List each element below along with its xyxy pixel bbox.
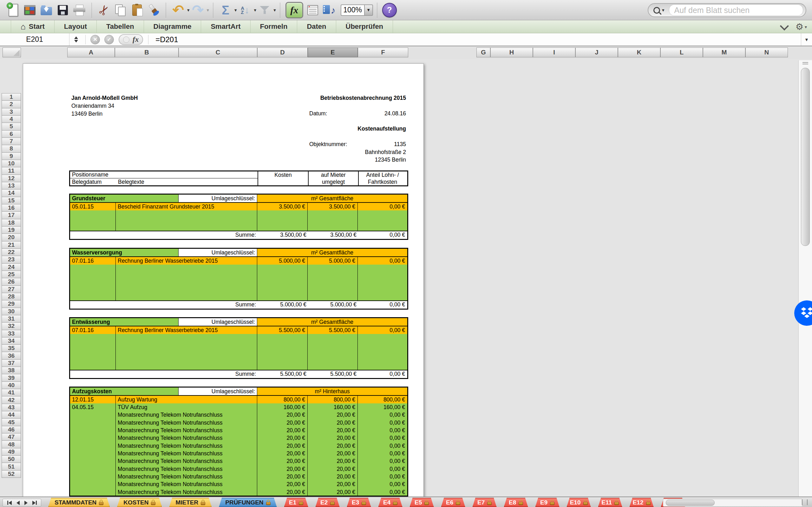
column-header-M[interactable]: M xyxy=(703,48,745,57)
entry-cell[interactable] xyxy=(70,435,116,442)
next-sheet-button[interactable] xyxy=(24,501,28,505)
entry-cell[interactable]: Monatsrechnung Telekom Notrufanschluss xyxy=(116,481,257,488)
allocation-key-label[interactable]: Umlageschlüssel: xyxy=(179,249,257,257)
entry-cell[interactable]: 20,00 € xyxy=(257,450,308,457)
undo-button[interactable]: ↶ xyxy=(170,2,187,18)
row-header-44[interactable]: 44 xyxy=(2,411,21,418)
accept-button[interactable]: ✓ xyxy=(104,35,114,44)
sheet-tab-e12[interactable]: E12 xyxy=(629,498,654,507)
cell-object-city[interactable]: 12345 Berlin xyxy=(317,157,406,163)
tab-daten[interactable]: Daten xyxy=(297,20,336,33)
entry-cell[interactable] xyxy=(70,442,116,450)
name-box-stepper[interactable] xyxy=(72,34,80,45)
entry-cell[interactable]: 0,00 € xyxy=(358,326,407,334)
row-header-10[interactable]: 10 xyxy=(2,160,21,167)
summe-anteil[interactable]: 0,00 € xyxy=(359,371,407,378)
cell-company-city[interactable]: 13469 Berlin xyxy=(71,111,102,117)
row-header-15[interactable]: 15 xyxy=(2,197,21,205)
row-header-2[interactable]: 2 xyxy=(2,101,21,108)
entry-cell[interactable]: 3.500,00 € xyxy=(308,203,358,210)
row-header-23[interactable]: 23 xyxy=(2,256,21,263)
row-header-30[interactable]: 30 xyxy=(2,308,21,315)
entry-cell[interactable]: 0,00 € xyxy=(358,411,407,419)
entry-cell[interactable] xyxy=(70,411,116,419)
row-header-6[interactable]: 6 xyxy=(2,130,21,138)
copy-icon[interactable] xyxy=(112,2,129,18)
entry-cell[interactable]: 0,00 € xyxy=(358,473,407,481)
sheet-tab-e9[interactable]: E9 xyxy=(536,498,560,507)
summe-kosten[interactable]: 5.000,00 € xyxy=(258,301,309,308)
undo-dropdown-caret[interactable]: ▾ xyxy=(187,7,190,13)
dropbox-badge-icon[interactable] xyxy=(794,300,812,326)
entry-cell[interactable] xyxy=(70,473,116,481)
row-header-13[interactable]: 13 xyxy=(2,182,21,189)
entry-cell[interactable]: 800,00 € xyxy=(257,396,308,403)
entry-cell[interactable]: 0,00 € xyxy=(358,427,407,434)
entry-cell[interactable]: Monatsrechnung Telekom Notrufanschluss xyxy=(116,442,257,450)
row-header-33[interactable]: 33 xyxy=(2,330,21,337)
column-header-D[interactable]: D xyxy=(257,48,308,57)
entry-cell[interactable]: 20,00 € xyxy=(308,450,358,457)
header-kosten[interactable]: Kosten xyxy=(258,171,309,178)
entry-cell[interactable]: 20,00 € xyxy=(257,481,308,488)
row-header-12[interactable]: 12 xyxy=(2,175,21,182)
row-header-49[interactable]: 49 xyxy=(2,448,21,456)
entry-cell[interactable]: 0,00 € xyxy=(358,435,407,442)
entry-cell[interactable]: 5.000,00 € xyxy=(308,257,358,265)
row-header-1[interactable]: 1 xyxy=(2,93,21,101)
search-box[interactable]: ▾ Auf dem Blatt suchen xyxy=(648,3,806,17)
row-header-28[interactable]: 28 xyxy=(2,293,21,300)
entry-cell[interactable]: 20,00 € xyxy=(257,465,308,473)
entry-cell[interactable]: 20,00 € xyxy=(257,473,308,481)
entry-cell[interactable]: 20,00 € xyxy=(308,442,358,450)
entry-cell[interactable]: 20,00 € xyxy=(257,442,308,450)
row-header-51[interactable]: 51 xyxy=(2,463,21,470)
entry-cell[interactable]: 800,00 € xyxy=(358,396,407,403)
row-header-48[interactable]: 48 xyxy=(2,441,21,448)
entry-cell[interactable]: Monatsrechnung Telekom Notrufanschluss xyxy=(116,427,257,434)
section-name[interactable]: Wasserversorgung xyxy=(70,249,179,257)
sheet-tab-prüfungen[interactable]: PRÜFUNGEN xyxy=(219,498,276,507)
insert-function-group[interactable]: fx xyxy=(119,34,143,45)
search-input[interactable]: Auf dem Blatt suchen xyxy=(669,4,803,16)
tab-smartart[interactable]: SmartArt xyxy=(201,20,250,33)
summe-anteil[interactable]: 0,00 € xyxy=(359,231,407,239)
row-header-17[interactable]: 17 xyxy=(2,211,21,219)
row-header-18[interactable]: 18 xyxy=(2,219,21,227)
row-header-5[interactable]: 5 xyxy=(2,123,21,130)
paste-icon[interactable] xyxy=(129,2,145,18)
row-header-47[interactable]: 47 xyxy=(2,433,21,441)
entry-cell[interactable]: Monatsrechnung Telekom Notrufanschluss xyxy=(116,488,257,496)
entry-cell[interactable]: 0,00 € xyxy=(358,458,407,465)
sheet-tab-kosten[interactable]: KOSTEN xyxy=(117,498,162,507)
entry-cell[interactable]: 20,00 € xyxy=(308,458,358,465)
section-name[interactable]: Grundsteuer xyxy=(70,194,179,202)
redo-button[interactable]: ↷ xyxy=(190,2,206,18)
entry-cell[interactable]: 20,00 € xyxy=(308,419,358,427)
tab-start[interactable]: ⌂Start xyxy=(11,20,55,33)
open-icon[interactable] xyxy=(38,2,55,18)
formatting-palette-icon[interactable] xyxy=(305,2,321,18)
sheet-tab-e1[interactable]: E1 xyxy=(284,498,308,507)
entry-cell[interactable] xyxy=(70,465,116,473)
horizontal-scrollbar-thumb[interactable] xyxy=(666,500,715,506)
tab-ueberpruefen[interactable]: Überprüfen xyxy=(336,20,393,33)
template-gallery-icon[interactable] xyxy=(21,2,38,18)
cell-date-value[interactable]: 24.08.16 xyxy=(349,110,406,117)
filter-dropdown-caret[interactable]: ▾ xyxy=(273,7,276,13)
column-header-N[interactable]: N xyxy=(745,48,788,57)
entry-cell[interactable]: 12.01.15 xyxy=(70,396,116,403)
sheet-tab-e4[interactable]: E4 xyxy=(378,498,403,507)
allocation-key-label[interactable]: Umlageschlüssel: xyxy=(179,318,257,326)
first-sheet-button[interactable] xyxy=(7,501,12,505)
row-header-21[interactable]: 21 xyxy=(2,241,21,249)
header-anteil-lohn[interactable]: Anteil Lohn- / xyxy=(359,171,406,178)
row-header-24[interactable]: 24 xyxy=(2,263,21,271)
entry-cell[interactable] xyxy=(70,419,116,427)
entry-cell[interactable]: 05.01.15 xyxy=(70,203,116,210)
column-header-F[interactable]: F xyxy=(358,48,408,57)
entry-cell[interactable]: TÜV Aufzug xyxy=(116,403,257,411)
row-header-36[interactable]: 36 xyxy=(2,352,21,359)
entry-cell[interactable]: 0,00 € xyxy=(358,257,407,265)
ribbon-settings-button[interactable]: ⚙▾ xyxy=(796,22,807,32)
